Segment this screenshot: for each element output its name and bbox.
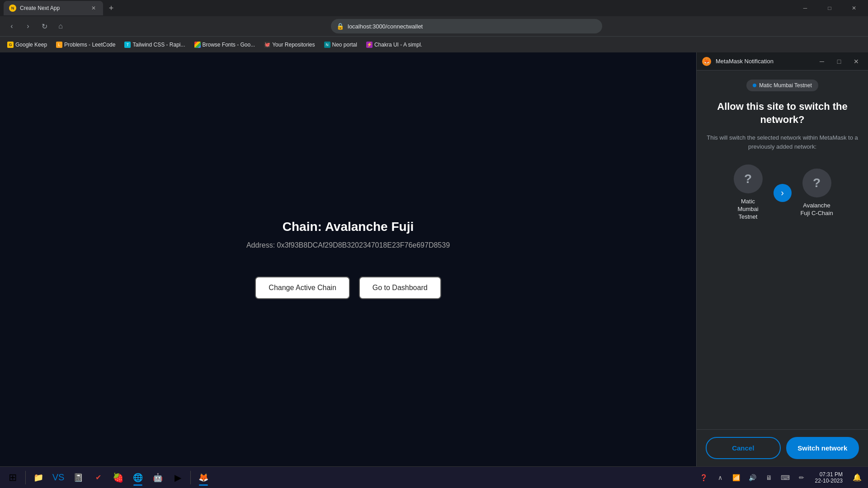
taskbar: ⊞ 📁 VS 📓 ✔ 🍓 🌐 🤖 ▶ 🦊 ❓ ∧ 📶 🔊 🖥 ⌨ ✏ 07:31… (0, 466, 868, 488)
window-controls: ─ □ ✕ (795, 1, 864, 15)
metamask-description: This will switch the selected network wi… (706, 133, 859, 151)
clock-time: 07:31 PM (820, 471, 843, 478)
metamask-dialog-title: Allow this site to switch the network? (706, 100, 859, 126)
secure-icon: 🔒 (336, 23, 344, 30)
taskbar-android[interactable]: 🤖 (149, 469, 167, 487)
taskbar-right: ❓ ∧ 📶 🔊 🖥 ⌨ ✏ 07:31 PM 22-10-2023 🔔 (698, 470, 864, 485)
title-bar: N Create Next App ✕ + ─ □ ✕ (0, 0, 868, 16)
to-network-item: ? Avalanche Fuji C-Chain (799, 169, 835, 217)
metamask-body: Matic Mumbai Testnet Allow this site to … (697, 70, 868, 429)
close-button[interactable]: ✕ (844, 1, 864, 15)
bookmark-favicon-tailwind: T (124, 42, 131, 48)
metamask-maximize-button[interactable]: □ (833, 55, 845, 68)
bookmark-favicon-leetcode: L (56, 42, 62, 48)
sys-display-icon[interactable]: 🖥 (763, 471, 775, 484)
sys-network-icon[interactable]: 📶 (730, 471, 743, 484)
change-active-chain-button[interactable]: Change Active Chain (255, 277, 349, 299)
action-buttons: Change Active Chain Go to Dashboard (255, 277, 441, 299)
metamask-network-label: Matic Mumbai Testnet (759, 82, 812, 89)
bookmark-label-leetcode: Problems - LeetCode (64, 42, 115, 48)
browser-tab[interactable]: N Create Next App ✕ (4, 1, 103, 15)
sys-pen-icon[interactable]: ✏ (795, 471, 808, 484)
taskbar-notion[interactable]: 📓 (69, 469, 87, 487)
system-clock[interactable]: 07:31 PM 22-10-2023 (811, 471, 846, 484)
content-area: Chain: Avalanche Fuji Address: 0x3f93B8D… (0, 52, 868, 466)
tab-favicon: N (9, 5, 16, 12)
tab-title: Create Next App (20, 5, 86, 11)
bookmark-label-github: Your Repositories (272, 42, 315, 48)
metamask-network-flow: ? Matic Mumbai Testnet › ? Avalanche Fuj… (706, 164, 859, 221)
bookmark-neo[interactable]: N Neo portal (321, 40, 361, 50)
address-text: Address: 0x3f93B8DCAf29D8B3202347018E23F… (246, 241, 450, 249)
metamask-switch-button[interactable]: Switch network (786, 437, 859, 459)
tab-close-button[interactable]: ✕ (90, 4, 98, 12)
to-network-icon: ? (802, 169, 831, 197)
url-text: localhost:3000/connectwallet (348, 23, 423, 30)
bookmark-label-chakra: Chakra UI - A simpl. (374, 42, 422, 48)
metamask-title: MetaMask Notification (716, 58, 811, 65)
to-network-name: Avalanche Fuji C-Chain (799, 202, 835, 217)
bookmark-favicon-chakra: ⚡ (366, 42, 373, 48)
metamask-cancel-button[interactable]: Cancel (706, 437, 781, 459)
sys-volume-icon[interactable]: 🔊 (746, 471, 759, 484)
bookmark-label-neo: Neo portal (332, 42, 357, 48)
bookmark-google-keep[interactable]: G Google Keep (4, 40, 51, 50)
taskbar-vscode[interactable]: VS (49, 469, 67, 487)
home-button[interactable]: ⌂ (54, 20, 67, 33)
forward-button[interactable]: › (22, 20, 34, 33)
bookmark-chakra[interactable]: ⚡ Chakra UI - A simpl. (363, 40, 426, 50)
metamask-network-badge: Matic Mumbai Testnet (746, 80, 818, 91)
taskbar-metamask[interactable]: 🦊 (194, 469, 212, 487)
bookmark-leetcode[interactable]: L Problems - LeetCode (52, 40, 119, 50)
webpage: Chain: Avalanche Fuji Address: 0x3f93B8D… (0, 52, 696, 466)
bookmark-tailwind[interactable]: T Tailwind CSS - Rapi... (121, 40, 189, 50)
bookmark-label-fonts: Browse Fonts - Goo... (203, 42, 255, 48)
sys-keyboard-icon[interactable]: ⌨ (779, 471, 792, 484)
from-network-name: Matic Mumbai Testnet (730, 198, 766, 221)
bookmark-favicon-github: 🐙 (264, 42, 270, 48)
taskbar-separator-2 (190, 471, 191, 484)
bookmark-label-google-keep: Google Keep (15, 42, 47, 48)
bookmark-label-tailwind: Tailwind CSS - Rapi... (132, 42, 185, 48)
bookmarks-bar: G Google Keep L Problems - LeetCode T Ta… (0, 36, 868, 52)
reload-button[interactable]: ↻ (38, 20, 51, 33)
start-button[interactable]: ⊞ (4, 469, 22, 487)
bookmark-favicon-neo: N (324, 42, 330, 48)
bookmark-fonts[interactable]: Browse Fonts - Goo... (191, 40, 259, 50)
metamask-titlebar: 🦊 MetaMask Notification ─ □ ✕ (697, 52, 868, 70)
taskbar-todoist[interactable]: ✔ (89, 469, 107, 487)
taskbar-file-explorer[interactable]: 📁 (29, 469, 47, 487)
taskbar-separator-1 (25, 471, 26, 484)
metamask-panel: 🦊 MetaMask Notification ─ □ ✕ Matic Mumb… (696, 52, 868, 466)
bookmark-favicon-google-keep: G (7, 42, 14, 48)
new-tab-button[interactable]: + (105, 2, 118, 14)
metamask-footer: Cancel Switch network (697, 429, 868, 466)
minimize-button[interactable]: ─ (795, 1, 816, 15)
metamask-logo: 🦊 (702, 57, 711, 66)
sys-tray-chevron[interactable]: ∧ (714, 471, 726, 484)
network-dot-indicator (753, 84, 756, 87)
taskbar-media[interactable]: ▶ (169, 469, 187, 487)
back-button[interactable]: ‹ (5, 20, 18, 33)
notification-center-icon[interactable]: 🔔 (850, 470, 864, 485)
metamask-close-button[interactable]: ✕ (850, 55, 863, 68)
address-bar: ‹ › ↻ ⌂ 🔒 localhost:3000/connectwallet (0, 16, 868, 36)
from-network-item: ? Matic Mumbai Testnet (730, 164, 766, 221)
url-bar[interactable]: 🔒 localhost:3000/connectwallet (331, 19, 602, 33)
chain-title: Chain: Avalanche Fuji (283, 220, 414, 234)
bookmark-github[interactable]: 🐙 Your Repositories (260, 40, 318, 50)
go-to-dashboard-button[interactable]: Go to Dashboard (359, 277, 441, 299)
sys-help-icon[interactable]: ❓ (698, 471, 710, 484)
maximize-button[interactable]: □ (819, 1, 840, 15)
bookmark-favicon-fonts (194, 42, 201, 48)
metamask-minimize-button[interactable]: ─ (816, 55, 828, 68)
taskbar-chrome[interactable]: 🌐 (129, 469, 147, 487)
network-switch-arrow: › (774, 184, 792, 202)
from-network-icon: ? (734, 164, 763, 193)
clock-date: 22-10-2023 (815, 478, 843, 484)
taskbar-app5[interactable]: 🍓 (109, 469, 127, 487)
